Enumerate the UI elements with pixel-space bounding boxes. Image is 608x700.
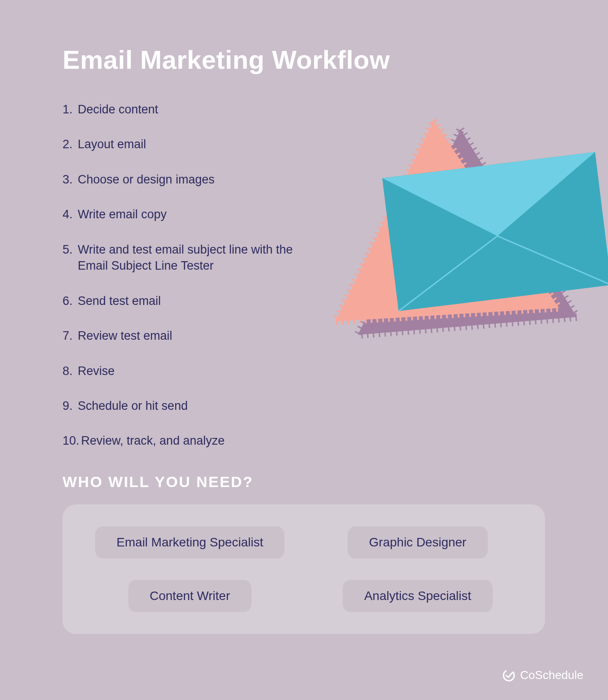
page-title: Email Marketing Workflow: [63, 45, 545, 75]
step-text: Layout email: [78, 136, 146, 152]
step-text: Write email copy: [78, 206, 167, 222]
step-item: 4.Write email copy: [63, 206, 295, 222]
step-item: 10.Review, track, and analyze: [63, 433, 295, 449]
roles-panel: Email Marketing Specialist Graphic Desig…: [63, 504, 545, 634]
svg-point-3: [502, 669, 516, 682]
step-item: 7.Review test email: [63, 328, 295, 344]
workflow-steps-list: 1.Decide content 2.Layout email 3.Choose…: [63, 101, 295, 449]
step-text: Write and test email subject line with t…: [78, 242, 295, 274]
step-item: 6.Send test email: [63, 293, 295, 309]
step-text: Send test email: [78, 293, 161, 309]
step-item: 8.Revise: [63, 363, 295, 379]
role-chip: Graphic Designer: [348, 526, 488, 558]
coschedule-check-icon: [502, 669, 516, 682]
brand-logo: CoSchedule: [502, 668, 583, 682]
brand-name: CoSchedule: [520, 668, 583, 682]
step-text: Review test email: [78, 328, 172, 344]
step-item: 9.Schedule or hit send: [63, 398, 295, 414]
step-item: 2.Layout email: [63, 136, 295, 152]
step-item: 1.Decide content: [63, 101, 295, 117]
envelope-illustration: [322, 112, 608, 379]
step-text: Review, track, and analyze: [81, 433, 225, 449]
step-text: Schedule or hit send: [78, 398, 188, 414]
step-text: Decide content: [78, 101, 158, 117]
step-item: 3.Choose or design images: [63, 171, 295, 188]
role-chip: Analytics Specialist: [343, 580, 493, 612]
svg-rect-0: [382, 152, 608, 311]
svg-line-1: [391, 236, 505, 311]
who-heading: WHO WILL YOU NEED?: [63, 473, 253, 491]
role-chip: Email Marketing Specialist: [95, 526, 285, 558]
role-chip: Content Writer: [128, 580, 252, 612]
step-item: 5.Write and test email subject line with…: [63, 242, 295, 274]
svg-line-2: [497, 223, 608, 298]
step-text: Revise: [78, 363, 115, 379]
step-text: Choose or design images: [78, 171, 214, 188]
